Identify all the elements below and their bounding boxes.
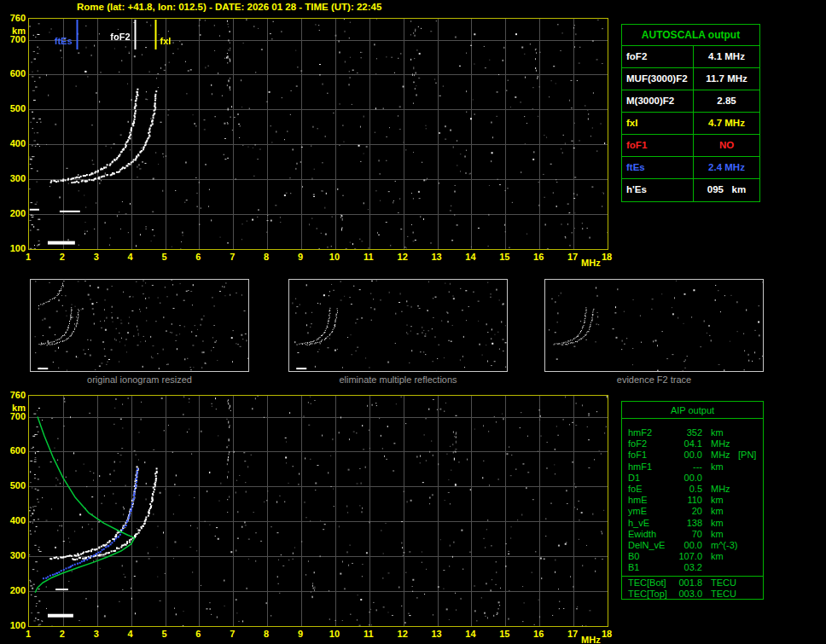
ionogram-y-tick: 300: [2, 174, 26, 183]
aip-row-tectop: TEC[Top]003.0TECU: [622, 589, 763, 600]
parameter-value: 70: [675, 529, 702, 540]
ionogram-x-tick: 5: [158, 252, 172, 262]
parameter-name: foF2: [622, 438, 675, 450]
profile-canvas: [29, 396, 608, 626]
parameter-name: B1: [622, 562, 675, 573]
ionogram-x-axis-unit: MHz: [581, 258, 603, 268]
parameter-unit: km: [702, 495, 735, 506]
thumb-f2-trace-canvas: [545, 280, 763, 371]
aip-output-table: AIP output hmF2352kmfoF204.1MHzfoF100.0M…: [621, 401, 764, 600]
parameter-name: hmF2: [622, 427, 675, 438]
ionogram-x-tick: 13: [430, 252, 444, 262]
ionogram-x-tick: 11: [362, 252, 375, 262]
aip-row-hmf2: hmF2352km: [622, 427, 763, 438]
parameter-name: Ewidth: [622, 529, 675, 540]
parameter-unit: m^(-3): [702, 540, 735, 551]
ionogram-x-tick: 4: [124, 252, 137, 262]
parameter-name: hmE: [622, 495, 675, 506]
thumb-no-multiples: [288, 279, 508, 372]
profile-y-tick: 700: [2, 412, 26, 421]
ionogram-x-tick: 3: [90, 252, 103, 262]
parameter-flag: [PN]: [735, 450, 763, 461]
aip-row-b0: B0107.0km: [622, 551, 763, 562]
parameter-value: 4.1 MHz: [694, 46, 759, 67]
profile-x-tick: 7: [225, 629, 239, 639]
ionogram-plot: [28, 18, 608, 250]
profile-x-tick: 1: [21, 629, 35, 639]
autoscala-row-hes: h'Es095 km: [622, 179, 759, 201]
parameter-flag: [735, 562, 763, 573]
thumb-caption-original: original ionogram resized: [30, 374, 249, 385]
ionogram-y-axis-unit: km: [2, 26, 26, 36]
parameter-name: TEC[Bot]: [622, 577, 675, 589]
profile-x-tick: 3: [90, 629, 103, 639]
profile-x-tick: 8: [259, 629, 273, 639]
parameter-name: hmF1: [622, 461, 675, 473]
aip-row-d1: D100.0: [622, 473, 763, 484]
ionogram-x-tick: 1: [21, 252, 35, 262]
profile-y-tick: 400: [2, 516, 26, 525]
parameter-name: ftEs: [622, 157, 694, 178]
autoscala-row-fof1: foF1NO: [622, 135, 759, 157]
profile-x-tick: 9: [294, 629, 307, 639]
parameter-value: 110: [675, 495, 702, 506]
aip-row-yme: ymE20km: [622, 506, 763, 517]
parameter-flag: [735, 473, 763, 484]
parameter-name: foF2: [622, 46, 694, 67]
parameter-flag: [735, 589, 763, 600]
aip-table-rows: hmF2352kmfoF204.1MHzfoF100.0MHz[PN]hmF1-…: [622, 419, 763, 600]
parameter-unit: km: [702, 461, 735, 473]
profile-x-tick: 6: [191, 629, 205, 639]
parameter-name: TEC[Top]: [622, 589, 675, 600]
parameter-flag: [735, 427, 763, 438]
parameter-name: MUF(3000)F2: [622, 68, 694, 90]
autoscala-table-rows: foF24.1 MHzMUF(3000)F211.7 MHzM(3000)F22…: [622, 46, 759, 201]
parameter-value: 352: [675, 427, 702, 438]
parameter-unit: km: [702, 518, 735, 529]
parameter-unit: km: [702, 427, 735, 438]
aip-row-hme: hmE110km: [622, 495, 763, 506]
aip-row-delnve: DelN_vE00.0m^(-3): [622, 540, 763, 551]
profile-plot: [28, 395, 608, 627]
ionogram-canvas: [29, 19, 608, 249]
profile-y-tick: 200: [2, 586, 26, 595]
ionogram-x-tick: 7: [225, 252, 239, 262]
ionogram-y-tick: 700: [2, 35, 26, 44]
parameter-value: 0.5: [675, 484, 702, 495]
parameter-flag: [735, 551, 763, 562]
parameter-value: NO: [694, 135, 759, 156]
profile-y-tick: 100: [2, 621, 26, 630]
ionogram-x-tick: 8: [259, 252, 273, 262]
ionogram-x-tick: 12: [396, 252, 410, 262]
ionogram-x-tick: 6: [191, 252, 205, 262]
parameter-value: 4.7 MHz: [694, 113, 759, 134]
profile-x-tick: 2: [55, 629, 69, 639]
parameter-value: 2.4 MHz: [694, 157, 759, 178]
profile-x-tick: 15: [497, 629, 511, 639]
aip-row-hmf1: hmF1---km: [622, 461, 763, 473]
parameter-value: 04.1: [675, 438, 702, 450]
parameter-flag: [735, 540, 763, 551]
aip-row-foe: foE0.5MHz: [622, 484, 763, 495]
aip-row-hve: h_vE138km: [622, 518, 763, 529]
parameter-name: ymE: [622, 506, 675, 517]
ionogram-y-tick: 760: [2, 14, 26, 23]
ionogram-y-tick: 200: [2, 209, 26, 218]
thumb-no-multiples-canvas: [289, 280, 507, 371]
thumb-f2-trace: [544, 279, 764, 372]
aip-row-fof1: foF100.0MHz[PN]: [622, 450, 763, 461]
parameter-value: 03.2: [675, 562, 702, 573]
parameter-name: h_vE: [622, 518, 675, 529]
parameter-unit: km: [702, 551, 735, 562]
ionogram-x-tick: 15: [497, 252, 511, 262]
parameter-unit: [702, 562, 735, 573]
parameter-value: 107.0: [675, 551, 702, 562]
parameter-value: 095 km: [694, 179, 759, 201]
autoscala-table-title: AUTOSCALA output: [622, 25, 759, 46]
ionogram-x-tick: 16: [532, 252, 545, 262]
parameter-unit: MHz: [702, 450, 735, 461]
parameter-flag: [735, 495, 763, 506]
parameter-value: 003.0: [675, 589, 702, 600]
thumb-caption-no-multiples: eliminate multiple reflections: [288, 374, 508, 385]
aip-row-ewidth: Ewidth70km: [622, 529, 763, 540]
